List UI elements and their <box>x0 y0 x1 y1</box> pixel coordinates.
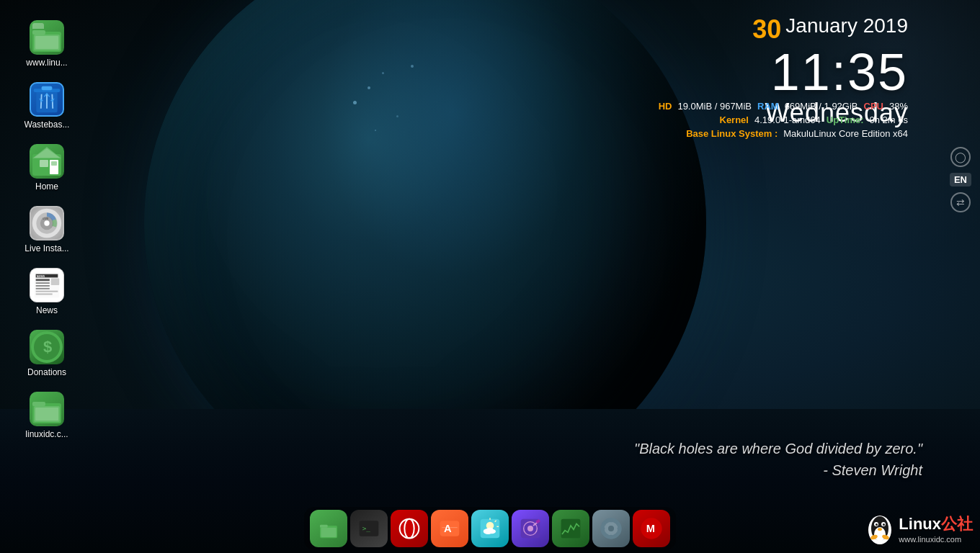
desktop-icon-home[interactable]: Home <box>14 138 79 197</box>
svg-rect-41 <box>321 528 336 537</box>
quote-text: "Black holes are where God divided by ze… <box>634 441 922 478</box>
uptime-label: UpTime: <box>827 114 864 125</box>
clock-day: 30 <box>752 14 781 45</box>
svg-point-84 <box>878 528 882 531</box>
taskbar-settings-button[interactable] <box>592 510 630 547</box>
kernel-stat-row: Kernel 4.19.0-1-amd64 UpTime: 0h 2m 6s <box>659 114 908 125</box>
taskbar-sysmon-button[interactable] <box>552 510 589 547</box>
share-icon[interactable]: ⇄ <box>950 192 971 212</box>
svg-text:$: $ <box>43 338 52 356</box>
svg-rect-30 <box>36 294 53 295</box>
hd-stat-row: HD 19.0MiB / 967MiB RAM 669MiB / 1.92GiB… <box>659 101 908 112</box>
taskbar-terminal-button[interactable]: >_ <box>350 510 388 547</box>
desktop-icon-wastebasket[interactable]: Wastebas... <box>14 76 79 135</box>
svg-rect-6 <box>42 86 53 91</box>
desktop-icon-donations[interactable]: $ Donations <box>14 324 79 383</box>
linuxidc-folder-icon <box>30 392 64 426</box>
svg-rect-25 <box>36 282 50 284</box>
taskbar-files-button[interactable] <box>310 510 347 547</box>
svg-point-19 <box>44 220 49 225</box>
system-stats: HD 19.0MiB / 967MiB RAM 669MiB / 1.92GiB… <box>659 101 908 142</box>
svg-point-83 <box>883 523 885 526</box>
svg-point-60 <box>527 526 533 531</box>
taskbar-mega-button[interactable]: M <box>633 510 670 547</box>
kernel-value: 4.19.0-1-amd64 <box>754 114 821 125</box>
desktop-icon-linuxidc-label: linuxidc.c... <box>25 429 68 439</box>
svg-rect-38 <box>35 408 58 421</box>
dollar-icon: $ <box>30 330 64 364</box>
svg-text:LIVE: LIVE <box>43 217 49 220</box>
svg-rect-26 <box>36 285 50 287</box>
language-button[interactable]: EN <box>950 173 971 186</box>
desktop-icon-linuxidc[interactable]: linuxidc.c... <box>14 386 79 445</box>
svg-rect-29 <box>36 291 58 292</box>
linuxidc-main-text: Linux公社 <box>899 513 973 535</box>
taskbar-icons-container: >_ A <box>304 507 676 550</box>
linuxidc-text-block: Linux公社 www.linuxidc.com <box>899 513 973 544</box>
desktop-icon-wastebasket-label: Wastebas... <box>24 120 70 130</box>
svg-rect-70 <box>618 528 621 530</box>
clock-time: 11:35 <box>752 46 908 98</box>
desktop-icon-www[interactable]: www.linu... <box>14 14 79 73</box>
svg-rect-36 <box>32 402 45 406</box>
taskbar-opera-button[interactable] <box>391 510 428 547</box>
kernel-label: Kernel <box>720 114 749 125</box>
taskbar-appstore-button[interactable]: A <box>431 510 468 547</box>
svg-rect-12 <box>40 160 48 167</box>
desktop-quote: "Black holes are where God divided by ze… <box>634 438 922 481</box>
svg-rect-63 <box>561 519 581 539</box>
svg-text:M: M <box>646 523 655 534</box>
desktop-icon-donations-label: Donations <box>27 367 66 377</box>
right-controls: ◯ EN ⇄ <box>950 147 971 212</box>
linuxidc-branding: Linux公社 www.linuxidc.com <box>850 504 980 553</box>
base-stat-row: Base Linux System : MakuluLinux Core Edi… <box>659 128 908 139</box>
cpu-label: CPU <box>864 101 883 112</box>
svg-rect-69 <box>602 528 605 530</box>
scroll-up-icon[interactable]: ◯ <box>950 147 971 167</box>
uptime-value: 0h 2m 6s <box>870 114 908 125</box>
svg-point-57 <box>486 528 493 533</box>
linuxidc-red-text: 公社 <box>941 515 973 533</box>
recycle-icon <box>30 82 64 117</box>
desktop-icon-news-label: News <box>36 305 58 315</box>
svg-point-82 <box>876 523 878 526</box>
hd-label: HD <box>659 101 672 112</box>
desktop-icons-container: www.linu... Wastebas... <box>14 14 79 448</box>
svg-rect-40 <box>320 525 328 528</box>
desktop-icon-www-label: www.linu... <box>26 58 67 68</box>
home-icon <box>30 144 64 179</box>
base-label: Base Linux System : <box>686 128 778 139</box>
news-icon: NEWS <box>30 268 64 302</box>
base-value: MakuluLinux Core Edition x64 <box>783 128 908 139</box>
svg-rect-68 <box>610 535 612 539</box>
desktop-icon-live-installer[interactable]: LIVE Live Insta... <box>14 200 79 259</box>
clock-month-year: January 2019 <box>785 14 908 37</box>
svg-rect-3 <box>35 36 58 49</box>
desktop-icon-live-label: Live Insta... <box>24 243 68 253</box>
ram-value: 669MiB / 1.92GiB <box>785 101 858 112</box>
svg-rect-24 <box>36 279 50 281</box>
folder-icon <box>30 20 64 55</box>
hd-value: 19.0MiB / 967MiB <box>677 101 752 112</box>
svg-rect-1 <box>32 30 45 35</box>
ram-label: RAM <box>757 101 779 112</box>
linux-penguin-icon <box>865 510 894 547</box>
taskbar: >_ A <box>0 504 980 553</box>
svg-rect-27 <box>36 288 50 289</box>
svg-text:>_: >_ <box>362 524 371 532</box>
taskbar-browser-button[interactable] <box>512 510 549 547</box>
desktop-icon-news[interactable]: NEWS News <box>14 262 79 321</box>
taskbar-weather-button[interactable] <box>471 510 509 547</box>
svg-text:NEWS: NEWS <box>37 275 45 278</box>
svg-rect-67 <box>610 519 612 523</box>
desktop-icon-home-label: Home <box>35 181 58 192</box>
cpu-value: 38% <box>889 101 908 112</box>
svg-rect-28 <box>51 278 60 285</box>
svg-rect-15 <box>51 161 57 166</box>
disc-icon: LIVE <box>30 206 64 240</box>
svg-marker-14 <box>34 148 60 158</box>
svg-point-66 <box>608 526 614 531</box>
linuxidc-url: www.linuxidc.com <box>899 535 961 544</box>
svg-text:A: A <box>444 523 452 534</box>
bubble-particles <box>310 58 454 274</box>
